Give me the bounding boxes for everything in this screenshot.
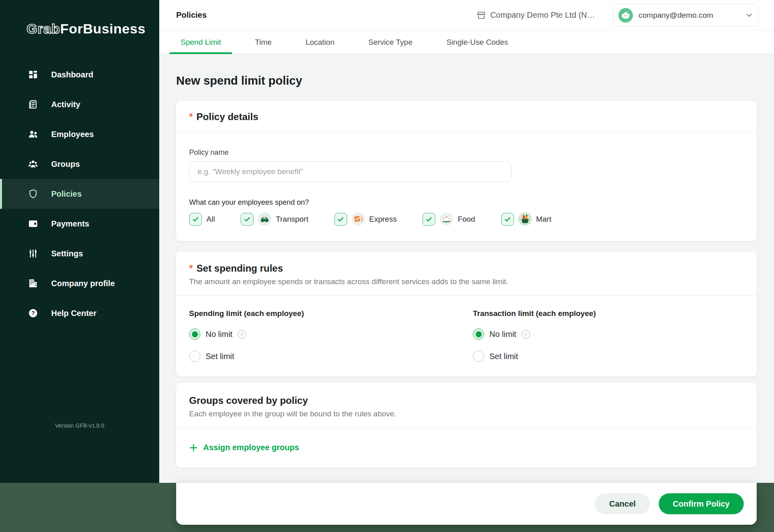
tab-label: Location: [306, 38, 335, 47]
sidebar-item-label: Dashboard: [51, 70, 93, 79]
transaction-limit-column: Transaction limit (each employee) No lim…: [473, 309, 731, 362]
sidebar-item-label: Payments: [51, 219, 89, 229]
checkbox-transport[interactable]: [241, 213, 254, 226]
confirm-policy-button[interactable]: Confirm Policy: [659, 493, 744, 514]
sidebar-item-payments[interactable]: Payments: [0, 209, 159, 239]
tab-label: Time: [255, 38, 272, 47]
plus-icon: [189, 443, 198, 452]
spending-rules-card: * Set spending rules The amount an emplo…: [176, 252, 757, 376]
logo-grab-text: Grab: [27, 21, 60, 36]
tab-label: Single-Use Codes: [446, 38, 508, 47]
storefront-icon: [476, 10, 486, 20]
radio-label: Set limit: [489, 352, 518, 361]
app-root: GrabForBusiness Dashboard Activity Emplo: [0, 0, 774, 532]
express-icon: [352, 212, 365, 226]
required-asterisk: *: [189, 111, 193, 123]
tab-label: Spend Limit: [181, 38, 221, 47]
service-option-express: Express: [334, 212, 397, 226]
checkbox-mart[interactable]: [501, 213, 514, 226]
radio-no-limit[interactable]: [473, 328, 484, 340]
cancel-button[interactable]: Cancel: [595, 493, 650, 514]
spending-rules-title: * Set spending rules: [189, 263, 744, 274]
sidebar-nav: Dashboard Activity Employees Groups: [0, 60, 159, 328]
sliders-icon: [27, 247, 40, 260]
sidebar-item-groups[interactable]: Groups: [0, 149, 159, 179]
checkbox-express[interactable]: [334, 213, 347, 226]
tab-service-type[interactable]: Service Type: [357, 31, 424, 54]
sidebar-item-label: Activity: [51, 100, 80, 109]
footer-action-bar: Cancel Confirm Policy: [176, 483, 757, 525]
radio-label: No limit: [206, 330, 233, 339]
avatar: [618, 8, 633, 23]
policy-details-header: * Policy details: [176, 101, 757, 133]
building-icon: [27, 277, 40, 290]
service-label: Mart: [536, 215, 551, 224]
sidebar-item-label: Company profile: [51, 279, 115, 288]
transaction-set-limit-row: Set limit: [473, 350, 731, 362]
sidebar-item-label: Settings: [51, 249, 83, 258]
info-icon[interactable]: i: [238, 330, 246, 339]
assign-link-label: Assign employee groups: [203, 443, 299, 452]
checkbox-all[interactable]: [189, 213, 202, 226]
sidebar-item-activity[interactable]: Activity: [0, 89, 159, 119]
spending-set-limit-row: Set limit: [189, 350, 447, 362]
svg-text:?: ?: [31, 310, 35, 316]
account-email: company@demo.com: [639, 11, 741, 20]
tab-time[interactable]: Time: [243, 31, 283, 54]
spending-limit-column: Spending limit (each employee) No limit …: [189, 309, 447, 362]
wallet-icon: [27, 217, 40, 230]
policy-name-input[interactable]: [189, 161, 512, 182]
radio-label: No limit: [489, 330, 516, 339]
main-content: New spend limit policy * Policy details …: [159, 54, 774, 483]
dashboard-icon: [27, 68, 40, 81]
service-label: Express: [369, 215, 397, 224]
tab-spend-limit[interactable]: Spend Limit: [169, 31, 232, 54]
groups-icon: [27, 158, 40, 170]
company-selector[interactable]: Company Demo Pte Ltd (N…: [476, 10, 595, 20]
assign-employee-groups-button[interactable]: Assign employee groups: [189, 443, 299, 452]
sidebar-item-dashboard[interactable]: Dashboard: [0, 60, 159, 89]
service-label: Transport: [276, 215, 308, 224]
section-title-text: Policy details: [196, 111, 258, 123]
radio-set-limit[interactable]: [189, 351, 200, 362]
policy-details-title: * Policy details: [189, 111, 258, 123]
service-label: All: [206, 215, 215, 224]
sidebar-item-label: Policies: [51, 189, 82, 199]
tab-single-use-codes[interactable]: Single-Use Codes: [435, 31, 519, 54]
company-name: Company Demo Pte Ltd (N…: [490, 10, 595, 20]
activity-icon: [27, 98, 40, 111]
radio-no-limit[interactable]: [189, 328, 200, 340]
food-icon: [440, 212, 453, 226]
spending-limit-heading: Spending limit (each employee): [189, 309, 447, 318]
service-option-transport: Transport: [241, 212, 308, 226]
service-option-mart: Mart: [501, 212, 551, 226]
groups-covered-title: Groups covered by policy: [189, 395, 744, 406]
sidebar-item-label: Help Center: [51, 309, 96, 318]
info-icon[interactable]: i: [522, 330, 530, 339]
section-title-text: Groups covered by policy: [189, 395, 308, 406]
sidebar-item-employees[interactable]: Employees: [0, 119, 159, 149]
topbar: Policies Company Demo Pte Ltd (N… compan…: [159, 0, 774, 31]
transaction-limit-heading: Transaction limit (each employee): [473, 309, 731, 318]
spending-rules-body: Spending limit (each employee) No limit …: [176, 296, 757, 377]
sidebar-item-label: Employees: [51, 130, 94, 139]
sidebar-item-policies[interactable]: Policies: [0, 179, 159, 209]
tab-location[interactable]: Location: [294, 31, 346, 54]
logo-rest-text: ForBusiness: [60, 21, 145, 36]
section-title-text: Set spending rules: [196, 263, 283, 274]
form-heading: New spend limit policy: [176, 74, 757, 87]
shield-icon: [27, 187, 40, 200]
account-menu[interactable]: company@demo.com: [613, 4, 758, 27]
radio-set-limit[interactable]: [473, 351, 484, 362]
grab-for-business-logo: GrabForBusiness: [27, 21, 146, 37]
sidebar-item-company-profile[interactable]: Company profile: [0, 268, 159, 298]
groups-covered-header: Groups covered by policy Each employee i…: [176, 383, 757, 418]
tab-label: Service Type: [368, 38, 412, 47]
service-option-all: All: [189, 213, 215, 226]
checkbox-food[interactable]: [422, 213, 435, 226]
policy-details-card: * Policy details Policy name What can yo…: [176, 101, 757, 241]
sidebar-item-help-center[interactable]: ? Help Center: [0, 298, 159, 328]
sidebar-item-settings[interactable]: Settings: [0, 239, 159, 268]
policy-details-body: Policy name What can your employees spen…: [176, 148, 757, 226]
mart-icon: [518, 212, 532, 226]
